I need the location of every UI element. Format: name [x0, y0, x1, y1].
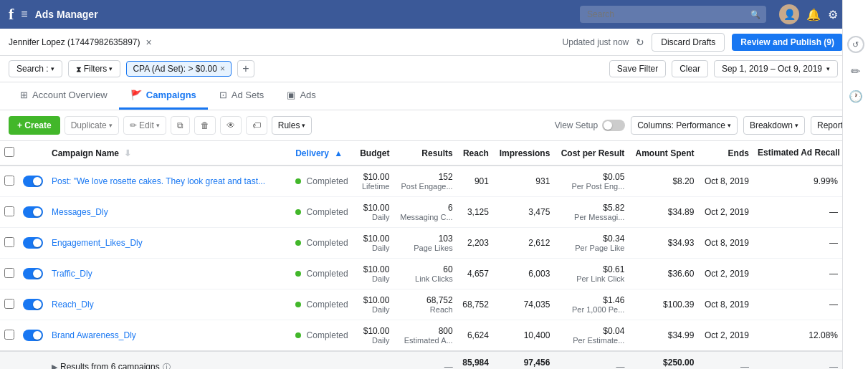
side-circle-icon[interactable]: ↺ [847, 36, 864, 53]
campaign-link[interactable]: Engagement_Likes_Dly [52, 238, 143, 248]
sub-nav: Jennifer Lopez (17447982635897) × Update… [0, 29, 868, 56]
impressions-value: 931 [497, 176, 550, 186]
breakdown-label: Breakdown [750, 120, 793, 130]
row-toggle[interactable] [23, 268, 43, 279]
refresh-icon[interactable]: ↻ [636, 37, 644, 48]
ends-value: Oct 8, 2019 [702, 299, 748, 310]
edit-button[interactable]: ✏ Edit ▾ [123, 116, 166, 135]
budget-value: $10.00 [358, 264, 389, 274]
side-pen-icon[interactable]: ✏ [851, 64, 860, 78]
impressions-value: 6,003 [497, 269, 550, 279]
account-close-icon[interactable]: × [146, 37, 151, 48]
row-toggle[interactable] [23, 176, 43, 187]
side-clock-icon[interactable]: 🕐 [849, 90, 863, 103]
row-toggle[interactable] [23, 299, 43, 310]
table-row: Brand Awareness_Dly Completed $10.00 Dai… [0, 320, 842, 352]
results-header: Results [394, 141, 457, 166]
toolbar-right: View Setup Columns: Performance ▾ Breakd… [555, 116, 859, 135]
delivery-status: Completed [307, 238, 348, 248]
view-setup-toggle[interactable] [602, 120, 625, 131]
row-checkbox[interactable] [4, 268, 14, 278]
tab-account-overview[interactable]: ⊞ Account Overview [9, 82, 119, 110]
breakdown-button[interactable]: Breakdown ▾ [743, 116, 805, 135]
duplicate-caret-icon: ▾ [109, 122, 113, 129]
row-checkbox[interactable] [4, 299, 14, 309]
tab-ads[interactable]: ▣ Ads [275, 82, 327, 110]
filter-tag: CPA (Ad Set): > $0.00 × [126, 61, 232, 77]
row-checkbox[interactable] [4, 237, 14, 247]
campaign-link[interactable]: Brand Awareness_Dly [52, 330, 136, 340]
duplicate-label: Duplicate [71, 120, 107, 130]
save-filter-button[interactable]: Save Filter [609, 60, 666, 77]
budget-value: $10.00 [358, 203, 389, 213]
expand-icon[interactable]: ▶ [52, 363, 57, 370]
ad-recall-value: — [758, 207, 838, 217]
cost-per-result-value: $0.04 [558, 326, 624, 336]
preview-button[interactable]: 👁 [220, 116, 242, 135]
campaign-link[interactable]: Messages_Dly [52, 207, 108, 217]
select-all-checkbox[interactable] [4, 147, 14, 157]
row-toggle[interactable] [23, 206, 43, 218]
notifications-icon[interactable]: 🔔 [806, 8, 821, 21]
delete-button[interactable]: 🗑 [194, 116, 216, 135]
row-checkbox[interactable] [4, 206, 14, 216]
campaign-name-header: Campaign Name ⬇ [47, 141, 277, 166]
row-toggle[interactable] [23, 330, 43, 341]
results-value: 68,752 [398, 295, 452, 305]
facebook-logo: f [9, 5, 14, 24]
nav-search-input[interactable] [580, 6, 766, 23]
discard-drafts-button[interactable]: Discard Drafts [652, 33, 725, 52]
results-value: 6 [398, 203, 452, 213]
amount-spent-value: $36.60 [633, 269, 694, 279]
budget-header: Budget [354, 141, 394, 166]
add-filter-button[interactable]: + [237, 60, 254, 77]
tag-button[interactable]: 🏷 [246, 116, 267, 135]
delivery-status: Completed [307, 269, 348, 279]
cost-per-result-value: $0.34 [558, 234, 624, 244]
budget-value: $10.00 [358, 295, 389, 305]
impressions-header: Impressions [493, 141, 554, 166]
filters-button[interactable]: ⧗ Filters ▾ [68, 60, 121, 77]
search-button[interactable]: Search : ▾ [9, 60, 62, 77]
copy-button[interactable]: ⧉ [171, 116, 190, 135]
columns-button[interactable]: Columns: Performance ▾ [631, 116, 738, 135]
footer-impressions: 97,456 [497, 358, 550, 368]
ends-header: Ends [698, 141, 753, 166]
ends-value: Oct 2, 2019 [702, 330, 748, 340]
clear-button[interactable]: Clear [672, 60, 708, 77]
ends-value: Oct 8, 2019 [702, 176, 748, 186]
ad-recall-header: Estimated Ad Recall Lift Rate ⓘ [753, 141, 842, 166]
nav-avatar[interactable]: 👤 [779, 4, 799, 24]
delivery-header[interactable]: Delivery ▲ [291, 141, 354, 166]
hamburger-icon[interactable]: ≡ [21, 8, 27, 21]
tab-ad-sets[interactable]: ⊡ Ad Sets [208, 82, 276, 110]
table-row: Traffic_Dly Completed $10.00 Daily 60 Li… [0, 259, 842, 289]
row-toggle[interactable] [23, 237, 43, 249]
cost-per-result-value: $0.61 [558, 264, 624, 274]
row-checkbox[interactable] [4, 176, 14, 186]
review-publish-button[interactable]: Review and Publish (9) [732, 34, 843, 51]
campaign-link[interactable]: Post: "We love rosette cakes. They look … [52, 176, 265, 186]
date-range-button[interactable]: Sep 1, 2019 – Oct 9, 2019 ▾ [714, 60, 838, 77]
impressions-value: 3,475 [497, 207, 550, 217]
create-button[interactable]: + Create [9, 116, 60, 135]
filters-label: Filters [84, 64, 108, 74]
footer-amount-spent: $250.00 [633, 358, 694, 368]
campaign-link[interactable]: Traffic_Dly [52, 269, 92, 279]
results-value: 60 [398, 264, 452, 274]
results-value: 800 [398, 326, 452, 336]
ads-icon: ▣ [287, 90, 295, 100]
duplicate-button[interactable]: Duplicate ▾ [65, 116, 119, 135]
search-caret-icon: ▾ [51, 65, 54, 72]
footer-info-icon[interactable]: ⓘ [163, 362, 171, 370]
filter-tag-close-icon[interactable]: × [220, 64, 225, 74]
campaign-link[interactable]: Reach_Dly [52, 299, 94, 310]
delivery-status: Completed [307, 176, 348, 186]
settings-icon[interactable]: ⚙ [828, 8, 838, 21]
rules-caret-icon: ▾ [302, 122, 305, 129]
rules-button[interactable]: Rules ▾ [272, 116, 313, 135]
tab-ads-label: Ads [300, 90, 315, 100]
row-checkbox[interactable] [4, 330, 14, 340]
tab-campaigns[interactable]: 🚩 Campaigns [119, 82, 208, 110]
rules-label: Rules [278, 120, 300, 130]
